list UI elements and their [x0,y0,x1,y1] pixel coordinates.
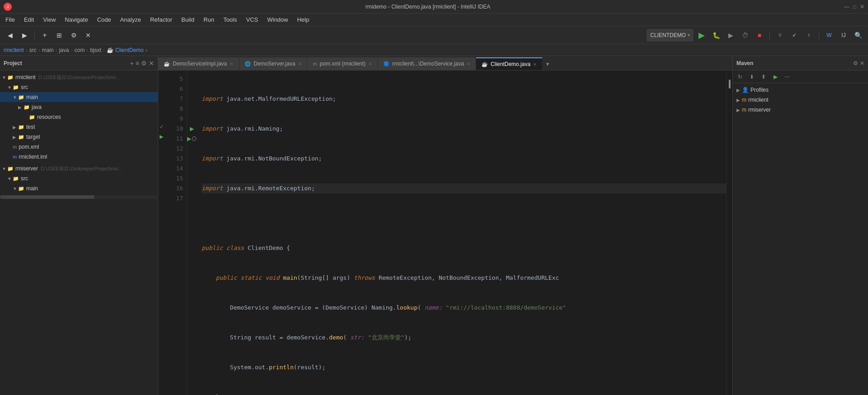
tree-item-rmiclientiml[interactable]: ▶ m rmiclient.iml [0,152,158,162]
project-add-button[interactable]: + [130,60,134,67]
menu-help[interactable]: Help [293,15,313,24]
project-collapse-button[interactable]: ≡ [136,60,139,67]
maven-download-button[interactable]: ⬇ [746,71,757,82]
breadcrumb-main[interactable]: main [42,47,54,53]
tree-item-resources[interactable]: ▶ 📁 resources [0,112,158,122]
breadcrumb-java[interactable]: java [59,47,69,53]
maximize-button[interactable]: □ [853,4,856,10]
menu-edit[interactable]: Edit [20,15,38,24]
toolbar-forward-button[interactable]: ▶ [18,29,31,42]
toolbar-layout-button[interactable]: ⊞ [53,29,66,42]
maven-refresh-button[interactable]: ↻ [735,71,745,82]
toolbar-settings-button[interactable]: ⚙ [67,29,80,42]
tree-label-resources: resources [37,114,61,120]
tab-close-pomxml[interactable]: ✕ [368,61,372,66]
tree-item-src[interactable]: ▼ 📁 src [0,82,158,92]
breadcrumb-src[interactable]: src [29,47,37,53]
maven-upload-button[interactable]: ⬆ [758,71,769,82]
tree-arrow-rmiserver-main: ▼ [13,186,18,191]
close-button[interactable]: ✕ [860,4,864,10]
tab-pomxml[interactable]: m pom.xml (rmiclient) ✕ [307,57,378,70]
minimize-button[interactable]: — [844,4,849,10]
code-content[interactable]: import java.net.MalformedURLException; i… [196,71,726,395]
maven-panel: Maven ⚙ ✕ ↻ ⬇ ⬆ ▶ ⋯ ▶ 👤 Profiles ▶ m rmi… [732,56,868,395]
breadcrumb-current[interactable]: ☕ ClientDemo › [107,47,147,53]
toolbar-add-button[interactable]: + [38,29,51,42]
run-button[interactable]: ▶ [695,29,708,42]
maven-item-rmiserver[interactable]: ▶ m rmiserver [733,105,868,115]
toolbar-push-button[interactable]: ↑ [802,29,815,42]
tree-arrow-src: ▼ [7,85,13,90]
tab-demoserviceimpl[interactable]: ☕ DemoServiceImpl.java ✕ [158,57,239,70]
toolbar-word-button[interactable]: W [823,29,835,42]
code-line-15: } [202,392,726,395]
project-settings-button[interactable]: ⚙ [141,60,147,67]
project-close-button[interactable]: ✕ [149,60,154,67]
tab-label-pomxml: pom.xml (rmiclient) [320,61,365,67]
sidebar-scrollbar[interactable] [0,195,158,199]
debug-button[interactable]: 🐛 [710,29,722,42]
tree-item-rmiserver-src[interactable]: ▼ 📁 src [0,174,158,183]
menu-file[interactable]: File [2,15,19,24]
tree-item-rmiclient[interactable]: ▼ 📁 rmiclient D:\J2EE项目\ZookeeperProject… [0,72,158,82]
breadcrumb-bjsxt[interactable]: bjsxt [90,47,101,53]
menu-code[interactable]: Code [94,15,115,24]
menu-navigate[interactable]: Navigate [61,15,91,24]
coverage-button[interactable]: ▶ [724,29,737,42]
menu-refactor[interactable]: Refactor [146,15,176,24]
toolbar-git-button[interactable]: ⑂ [774,29,786,42]
run-gutter-icon-10[interactable]: ▶ [187,124,196,134]
tab-close-demoserviceimpl[interactable]: ✕ [230,61,233,66]
tab-close-demoserver[interactable]: ✕ [298,61,302,66]
maven-item-profiles[interactable]: ▶ 👤 Profiles [733,85,868,95]
tab-more-button[interactable]: ▾ [542,57,553,70]
menu-tools[interactable]: Tools [220,15,241,24]
tree-arrow-rmiserver-src: ▼ [7,176,13,181]
run-gutter-icon-11[interactable]: ▶ [187,134,196,144]
tree-label-pomxml: pom.xml [19,144,39,150]
tree-item-java[interactable]: ▶ 📁 java [0,102,158,112]
breadcrumb-com[interactable]: com [75,47,85,53]
tab-close-demoservice[interactable]: ✕ [467,61,470,66]
toolbar-back-button[interactable]: ◀ [4,29,16,42]
menu-window[interactable]: Window [264,15,292,24]
tree-item-test[interactable]: ▶ 📁 test [0,122,158,132]
tab-close-clientdemo[interactable]: ✕ [533,62,537,67]
tree-item-main[interactable]: ▼ 📁 main [0,92,158,102]
code-editor: ✓ ▶ 5 6 7 8 9 10 11 12 13 14 15 16 [158,71,732,395]
menu-vcs[interactable]: VCS [242,15,262,24]
maven-close-button[interactable]: ✕ [860,60,864,66]
folder-icon-test: 📁 [18,124,24,130]
tree-item-target[interactable]: ▶ 📁 target [0,132,158,142]
tree-item-rmiserver[interactable]: ▼ 📁 rmiserver D:\J2EE项目\ZookeeperProject… [0,164,158,174]
tree-label-rmiclientiml: rmiclient.iml [19,154,47,160]
menu-analyze[interactable]: Analyze [117,15,145,24]
toolbar-intellij-button[interactable]: IJ [837,29,850,42]
maven-item-rmiclient[interactable]: ▶ m rmiclient [733,95,868,105]
menu-view[interactable]: View [39,15,59,24]
breadcrumb-rmiclient[interactable]: rmiclient [4,47,24,53]
maven-settings-button[interactable]: ⚙ [853,60,858,66]
right-gutter-mark-1 [729,80,731,89]
toolbar-commit-button[interactable]: ✓ [788,29,801,42]
tab-demoserver[interactable]: 🌐 DemoServer.java ✕ [239,57,307,70]
maven-run-button[interactable]: ▶ [770,71,781,82]
tab-clientdemo[interactable]: ☕ ClientDemo.java ✕ [476,57,542,70]
menu-bar: File Edit View Navigate Code Analyze Ref… [0,14,868,26]
menu-run[interactable]: Run [200,15,218,24]
bookmark-circle [192,136,196,141]
tab-demoservice[interactable]: 🔵 rmiclient\...\DemoService.java ✕ [378,57,476,70]
tree-item-pomxml[interactable]: ▶ m pom.xml [0,142,158,152]
toolbar-close-button[interactable]: ✕ [82,29,94,42]
folder-icon-rmiserver-main: 📁 [18,186,24,192]
run-config-selector[interactable]: CLIENTDEMO ▾ [646,29,693,42]
stop-button[interactable]: ■ [753,29,766,42]
profiler-button[interactable]: ⏱ [739,29,751,42]
window-title: rmidemo - ClientDemo.java [rmiclient] - … [12,4,844,10]
window-controls[interactable]: — □ ✕ [844,4,864,10]
toolbar-search-everywhere-button[interactable]: 🔍 [852,29,864,42]
maven-label-profiles: Profiles [750,87,769,93]
maven-more-button[interactable]: ⋯ [782,71,793,82]
tree-item-rmiserver-main[interactable]: ▼ 📁 main [0,183,158,193]
menu-build[interactable]: Build [178,15,198,24]
